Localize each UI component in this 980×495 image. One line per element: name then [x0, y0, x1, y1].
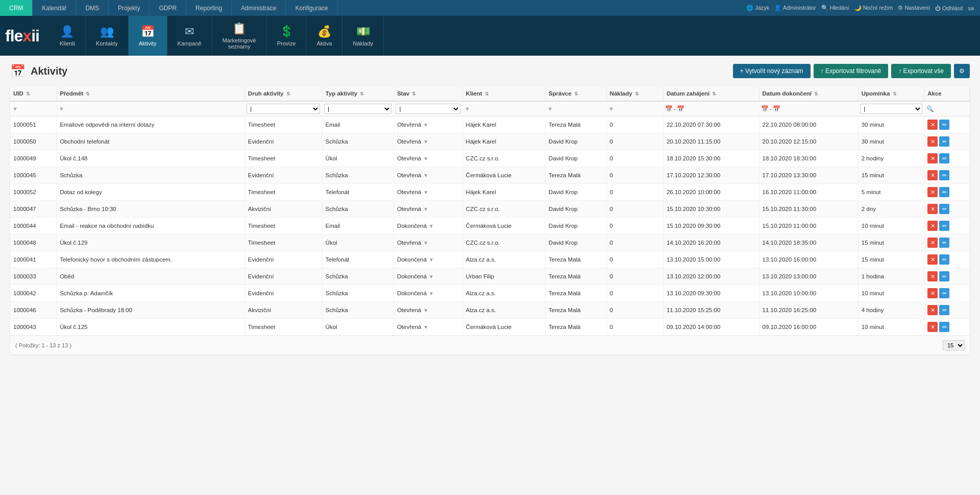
delete-button[interactable]: ✕ [927, 288, 938, 298]
top-nav-administrace[interactable]: Administrace [232, 0, 286, 16]
col-predmet[interactable]: Předmět ⇅ [57, 86, 245, 101]
edit-button[interactable]: ✏ [939, 136, 949, 147]
nav-aktivity[interactable]: 📅 Aktivity [129, 16, 167, 56]
edit-button[interactable]: ✏ [939, 221, 949, 231]
edit-button[interactable]: ✏ [939, 204, 949, 214]
top-nav-gdpr[interactable]: GDPR [150, 0, 186, 16]
delete-button[interactable]: ✕ [927, 254, 938, 265]
top-nav-dms[interactable]: DMS [76, 0, 109, 16]
col-typ-aktivity[interactable]: Typ aktivity ⇅ [322, 86, 394, 101]
stav-arrow-icon[interactable]: ▼ [423, 139, 428, 145]
settings-table-button[interactable]: ⚙ [954, 64, 970, 78]
stav-arrow-icon[interactable]: ▼ [423, 122, 428, 128]
nav-provize[interactable]: 💲 Provize [267, 16, 307, 56]
stav-arrow-icon[interactable]: ▼ [429, 257, 434, 263]
top-nav-crm[interactable]: CRM [0, 0, 33, 16]
table-row: 1000043 Úkol č.125 Timesheet Úkol Otevře… [10, 319, 970, 336]
nav-naklady[interactable]: 💵 Náklady [342, 16, 384, 56]
stav-arrow-icon[interactable]: ▼ [423, 173, 428, 178]
col-datum-dokonceni[interactable]: Datum dokončení ⇅ [759, 86, 858, 101]
cell-akce: ✕ ✏ [924, 251, 970, 268]
cell-naklady: 0 [606, 133, 663, 150]
col-naklady[interactable]: Náklady ⇅ [606, 86, 663, 101]
cell-typ: Schůzka [322, 302, 394, 319]
cell-spravce: David Krop [545, 201, 606, 218]
nav-marketingove-seznamy[interactable]: 📋 Marketingovéseznamy [212, 16, 267, 56]
edit-button[interactable]: ✏ [939, 288, 949, 298]
stav-arrow-icon[interactable]: ▼ [429, 274, 434, 279]
edit-button[interactable]: ✏ [939, 254, 949, 265]
cell-uid: 1000046 [10, 302, 57, 319]
stav-arrow-icon[interactable]: ▼ [429, 223, 434, 229]
nav-aktiva[interactable]: 💰 Aktiva [306, 16, 342, 56]
export-filtered-button[interactable]: ↑ Exportovat filtrované [814, 64, 889, 78]
delete-button[interactable]: ✕ [927, 322, 938, 332]
cell-typ: Schůzka [322, 133, 394, 150]
col-spravce[interactable]: Správce ⇅ [545, 86, 606, 101]
search-filter-icon[interactable]: 🔍 [926, 106, 934, 112]
delete-button[interactable]: ✕ [927, 187, 938, 197]
nav-kampane[interactable]: ✉ Kampaně [167, 16, 212, 56]
edit-button[interactable]: ✏ [939, 271, 949, 281]
nav-kontakty[interactable]: 👥 Kontakty [86, 16, 129, 56]
nav-kampane-label: Kampaně [178, 40, 202, 46]
col-klient[interactable]: Klient ⇅ [462, 86, 545, 101]
create-button[interactable]: + Vytvořit nový záznam [733, 64, 811, 78]
filter-druh-select[interactable]: | [247, 104, 320, 114]
cell-klient: Alza.cz a.s. [462, 251, 545, 268]
filter-akce: 🔍 [924, 101, 970, 116]
filter-stav-select[interactable]: | [396, 104, 460, 114]
edit-button[interactable]: ✏ [939, 322, 949, 332]
delete-button[interactable]: ✕ [927, 238, 938, 248]
stav-arrow-icon[interactable]: ▼ [423, 206, 428, 212]
top-nav-reporting[interactable]: Reporting [186, 0, 232, 16]
stav-arrow-icon[interactable]: ▼ [429, 291, 434, 296]
edit-button[interactable]: ✏ [939, 120, 949, 130]
lang-button[interactable]: 🌐 Jazyk [746, 5, 769, 11]
cell-akce: ✕ ✏ [924, 184, 970, 201]
stav-arrow-icon[interactable]: ▼ [423, 324, 428, 330]
col-upominka[interactable]: Upomínka ⇅ [858, 86, 924, 101]
export-all-button[interactable]: ↑ Exportovat vše [891, 64, 951, 78]
filter-typ-select[interactable]: | [324, 104, 391, 114]
edit-button[interactable]: ✏ [939, 187, 949, 197]
delete-button[interactable]: ✕ [927, 221, 938, 231]
edit-button[interactable]: ✏ [939, 170, 949, 180]
nav-klienti-label: Klienti [60, 40, 75, 46]
cell-upominka: 10 minut [858, 218, 924, 234]
col-stav[interactable]: Stav ⇅ [394, 86, 462, 101]
user-button[interactable]: 👤 Administrátor [774, 5, 816, 11]
top-nav-konfigurace[interactable]: Konfigurace [286, 0, 337, 16]
cell-upominka: 1 hodina [858, 268, 924, 285]
cell-druh: Timesheet [244, 234, 322, 251]
delete-button[interactable]: ✕ [927, 136, 938, 147]
edit-button[interactable]: ✏ [939, 305, 949, 315]
delete-button[interactable]: ✕ [927, 271, 938, 281]
delete-button[interactable]: ✕ [927, 153, 938, 163]
stav-arrow-icon[interactable]: ▼ [423, 156, 428, 161]
delete-button[interactable]: ✕ [927, 170, 938, 180]
filter-upominka-select[interactable]: | [860, 104, 922, 114]
search-button[interactable]: 🔍 Hledání [821, 5, 849, 11]
cell-typ: Telefonát [322, 251, 394, 268]
filter-row: ▼ ▼ | | | [10, 101, 970, 116]
col-druh-aktivity[interactable]: Druh aktivity ⇅ [244, 86, 322, 101]
stav-arrow-icon[interactable]: ▼ [423, 240, 428, 246]
logout-button[interactable]: ⏻ Odhlásit [935, 5, 963, 11]
delete-button[interactable]: ✕ [927, 204, 938, 214]
top-nav-kalendar[interactable]: Kalendář [33, 0, 76, 16]
settings-button[interactable]: ⚙ Nastavení [898, 5, 930, 11]
edit-button[interactable]: ✏ [939, 153, 949, 163]
col-uid[interactable]: UID ⇅ [10, 86, 57, 101]
col-datum-zahajeni[interactable]: Datum zahájení ⇅ [663, 86, 759, 101]
nav-klienti[interactable]: 👤 Klienti [50, 16, 86, 56]
per-page-select[interactable]: 15 25 50 [943, 340, 965, 350]
delete-button[interactable]: ✕ [927, 305, 938, 315]
edit-button[interactable]: ✏ [939, 238, 949, 248]
stav-arrow-icon[interactable]: ▼ [423, 190, 428, 195]
night-mode-button[interactable]: 🌙 Noční režim [854, 5, 893, 11]
delete-button[interactable]: ✕ [927, 120, 938, 130]
stav-arrow-icon[interactable]: ▼ [423, 308, 428, 313]
top-nav-projekty[interactable]: Projekty [109, 0, 150, 16]
cell-upominka: 15 minut [858, 234, 924, 251]
